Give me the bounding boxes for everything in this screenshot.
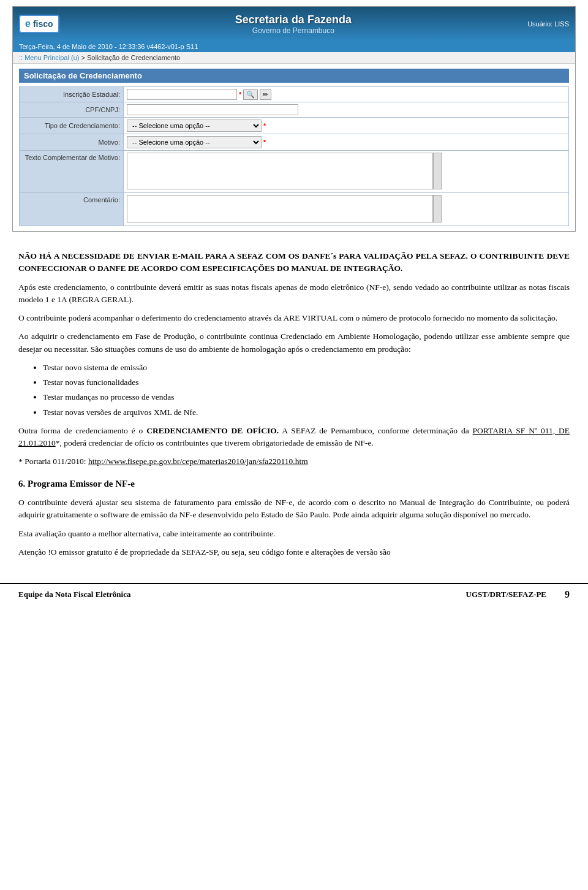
para6: O contribuinte deverá ajustar seu sistem… [18, 496, 570, 522]
section6-heading: 6. Programa Emissor de NF-e [18, 477, 570, 491]
comentario-row: Comentário: [20, 193, 569, 226]
form-container: Solicitação de Credenciamento Inscrição … [13, 64, 575, 231]
comentario-label: Comentário: [20, 193, 124, 226]
para5-end: *, poderá credenciar de ofício os contri… [56, 438, 374, 447]
texto-textarea[interactable] [127, 153, 433, 189]
inscricao-input[interactable] [127, 89, 237, 100]
para7: Esta avaliação quanto a melhor alternati… [18, 528, 570, 540]
doc-content: NÃO HÁ A NECESSIDADE DE ENVIAR E-MAIL PA… [0, 238, 588, 577]
header-title-area: Secretaria da Fazenda Governo de Pernamb… [235, 13, 352, 35]
para8: Atenção !O emissor gratuito é de proprie… [18, 546, 570, 558]
info-bar: Terça-Feira, 4 de Maio de 2010 - 12:33:3… [13, 41, 575, 52]
form-table: Inscrição Estadual: * 🔍 ✏ CPF/CNPJ: Tipo… [19, 86, 569, 226]
edit-button[interactable]: ✏ [260, 89, 271, 100]
texto-scrollbar [433, 153, 442, 189]
logo-e-icon: e [25, 18, 31, 29]
cpf-input[interactable] [127, 104, 298, 115]
form-title: Solicitação de Credenciamento [19, 69, 569, 83]
para2: Após este credenciamento, o contribuinte… [18, 281, 570, 306]
comentario-scrollbar [433, 195, 442, 222]
screenshot-area: e fisco Secretaria da Fazenda Governo de… [12, 6, 576, 232]
list-item: Testar novo sistema de emissão [43, 362, 570, 374]
logo-fisco-text: fisco [33, 19, 53, 29]
header-title: Secretaria da Fazenda [235, 13, 352, 26]
breadcrumb-home[interactable]: :: Menu Principal (u) [19, 54, 79, 61]
list-item: Testar novas funcionalidades [43, 376, 570, 389]
footer-page: 9 [565, 589, 570, 600]
comentario-input-cell [124, 193, 569, 226]
tipo-input-cell: -- Selecione uma opção -- * [124, 118, 569, 134]
texto-row: Texto Complementar de Motivo: [20, 151, 569, 193]
texto-input-cell [124, 151, 569, 193]
logo-area: e fisco [19, 15, 59, 33]
search-button[interactable]: 🔍 [243, 89, 258, 100]
tipo-row: Tipo de Credenciamento: -- Selecione uma… [20, 118, 569, 134]
bullet-list: Testar novo sistema de emissão Testar no… [43, 362, 570, 419]
cpf-label: CPF/CNPJ: [20, 102, 124, 118]
cpf-row: CPF/CNPJ: [20, 102, 569, 118]
header-subtitle: Governo de Pernambuco [235, 26, 352, 35]
texto-label: Texto Complementar de Motivo: [20, 151, 124, 193]
cpf-input-cell [124, 102, 569, 118]
para1: NÃO HÁ A NECESSIDADE DE ENVIAR E-MAIL PA… [18, 250, 570, 275]
inscricao-required: * [239, 91, 241, 98]
motivo-input-cell: -- Selecione uma opção -- * [124, 134, 569, 151]
breadcrumb-separator: > [81, 54, 87, 61]
portaria-note-text: * Portaria 011/2010: [18, 457, 88, 466]
inscricao-row: Inscrição Estadual: * 🔍 ✏ [20, 87, 569, 102]
app-header: e fisco Secretaria da Fazenda Governo de… [13, 7, 575, 41]
date-info: Terça-Feira, 4 de Maio de 2010 - 12:33:3… [19, 43, 198, 50]
para4: Ao adquirir o credenciamento em Fase de … [18, 330, 570, 356]
para5: Outra forma de credenciamento é o CREDEN… [18, 425, 570, 450]
doc-footer: Equipe da Nota Fiscal Eletrônica UGST/DR… [0, 583, 588, 605]
portaria-note-para: * Portaria 011/2010: http://www.fisepe.p… [18, 455, 570, 468]
inscricao-input-cell: * 🔍 ✏ [124, 87, 569, 102]
para5-suffix: A SEFAZ de Pernambuco, conforme determin… [279, 426, 472, 435]
para5-prefix: Outra forma de credenciamento é o [18, 426, 146, 435]
logo-box: e fisco [19, 15, 59, 33]
motivo-required: * [263, 139, 266, 146]
list-item: Testar novas versões de arquivos XML de … [43, 406, 570, 419]
header-right: Usuário: LISS [527, 20, 569, 28]
footer-org: UGST/DRT/SEFAZ-PE [466, 590, 547, 599]
motivo-row: Motivo: -- Selecione uma opção -- * [20, 134, 569, 151]
para1-bold: NÃO HÁ A NECESSIDADE DE ENVIAR E-MAIL PA… [18, 251, 570, 273]
para3: O contribuinte poderá acompanhar o defer… [18, 312, 570, 324]
user-label: Usuário: LISS [527, 20, 569, 28]
tipo-label: Tipo de Credenciamento: [20, 118, 124, 134]
list-item: Testar mudanças no processo de vendas [43, 391, 570, 403]
inscricao-label: Inscrição Estadual: [20, 87, 124, 102]
comentario-textarea[interactable] [127, 195, 433, 222]
breadcrumb-current: Solicitação de Credenciamento [87, 54, 180, 61]
para5-bold: CREDENCIAMENTO DE OFÍCIO. [146, 426, 279, 435]
portaria-url-link[interactable]: http://www.fisepe.pe.gov.br/cepe/materia… [88, 457, 308, 466]
tipo-select[interactable]: -- Selecione uma opção -- [127, 120, 262, 132]
motivo-select[interactable]: -- Selecione uma opção -- [127, 136, 262, 148]
tipo-required: * [263, 122, 266, 129]
breadcrumb-bar: :: Menu Principal (u) > Solicitação de C… [13, 52, 575, 64]
footer-left: Equipe da Nota Fiscal Eletrônica [18, 590, 130, 599]
footer-right: UGST/DRT/SEFAZ-PE 9 [466, 589, 570, 600]
motivo-label: Motivo: [20, 134, 124, 151]
